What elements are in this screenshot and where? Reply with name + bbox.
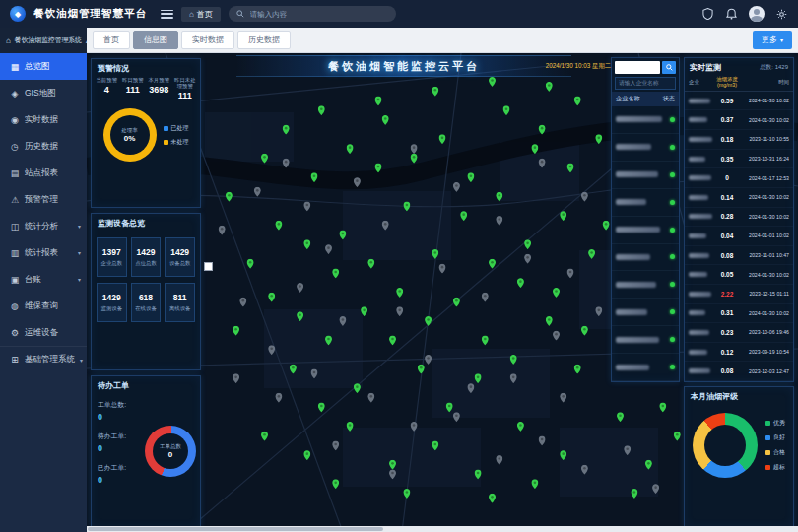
realtime-row[interactable]: 0.282024-01-30 10:02 (685, 208, 793, 228)
search-button[interactable] (662, 61, 676, 74)
sidebar-item-6[interactable]: ⚠预警管理 (0, 186, 87, 213)
hamburger-menu-icon[interactable] (161, 10, 173, 19)
sidebar-item-10[interactable]: ◍维保查询 (0, 293, 87, 319)
timestamp: 2023-10-06 19:46 (742, 329, 789, 335)
user-avatar[interactable] (749, 6, 765, 22)
tab-3[interactable]: 实时数据 (181, 31, 234, 49)
warning-stat: 本月预警3698 (146, 77, 172, 100)
realtime-row[interactable]: 0.182023-11-10 10:55 (685, 130, 793, 150)
gear-icon[interactable] (775, 8, 788, 21)
concentration-value: 0.05 (712, 271, 742, 278)
stats-analysis-icon: ◫ (10, 222, 20, 232)
ledger-icon: ▣ (10, 275, 20, 285)
company-search-input[interactable] (615, 61, 660, 74)
bell-icon[interactable] (725, 8, 738, 21)
realtime-row[interactable]: 0.352023-10-31 16:24 (685, 150, 793, 169)
realtime-row[interactable]: 0.082023-11-01 10:47 (685, 246, 793, 266)
stat-value: 0 (98, 475, 145, 485)
stat-value: 111 (121, 85, 146, 95)
legend-swatch (765, 465, 770, 470)
redacted-text (616, 116, 662, 122)
company-name-redacted (616, 309, 670, 315)
sidebar-item-label: 统计报表 (25, 247, 58, 259)
column-company: 企业 (689, 79, 712, 86)
legend-item: 已处理 (164, 124, 189, 133)
company-row[interactable] (612, 134, 679, 162)
realtime-row[interactable]: 0.122023-09-19 10:54 (685, 343, 793, 363)
sidebar-item-2[interactable]: ◈GIS地图 (0, 80, 87, 106)
horizontal-scrollbar[interactable] (87, 526, 798, 532)
stat-label: 昨日预警 (121, 77, 146, 83)
stat-value: 1429 (166, 247, 194, 257)
realtime-row[interactable]: 0.312024-01-30 10:02 (685, 304, 793, 324)
company-row[interactable] (612, 354, 679, 381)
sidebar-item-7[interactable]: ◫统计分析▾ (0, 213, 87, 239)
company-row[interactable] (612, 271, 679, 299)
company-row[interactable] (612, 217, 679, 244)
topbar-actions (701, 6, 788, 22)
shield-icon[interactable] (701, 8, 714, 21)
timestamp: 2023-12-15 01:11 (742, 291, 789, 297)
redacted-text (616, 337, 659, 343)
realtime-row[interactable]: 0.232023-10-06 19:46 (685, 323, 793, 343)
realtime-row[interactable]: 0.592024-01-30 10:02 (685, 92, 793, 111)
redacted-text (689, 272, 707, 277)
sidebar-item-3[interactable]: ◉实时数据 (0, 106, 87, 133)
ops-device-icon: ⚙ (10, 328, 20, 338)
tab-1[interactable]: 首页 (93, 31, 130, 49)
company-row[interactable] (612, 106, 679, 134)
column-concentration: 油烟浓度(mg/m3) (712, 77, 742, 89)
realtime-row[interactable]: 0.082023-12-03 12:47 (685, 362, 793, 381)
company-name-redacted (616, 227, 670, 233)
scrollbar-thumb[interactable] (88, 527, 383, 531)
sidebar-item-4[interactable]: ◷历史数据 (0, 133, 87, 160)
sidebar-item-9[interactable]: ▣台账▾ (0, 266, 87, 293)
sidebar-system-header[interactable]: ⌂ 餐饮油烟监控管理系统 ▴ (0, 28, 87, 53)
sidebar-item-8[interactable]: ▥统计报表▾ (0, 239, 87, 266)
realtime-row[interactable]: 2.222023-12-15 01:11 (685, 285, 793, 304)
company-row[interactable] (612, 189, 679, 217)
sidebar-item-12[interactable]: ⊞基础管理系统▾ (0, 346, 87, 372)
tab-4[interactable]: 历史数据 (237, 31, 291, 49)
company-name-redacted (616, 116, 670, 122)
company-row[interactable] (612, 244, 679, 272)
concentration-value: 0.59 (712, 98, 742, 104)
sidebar-item-5[interactable]: ▤站点报表 (0, 160, 87, 186)
company-name-redacted (689, 233, 712, 238)
company-name-redacted (616, 282, 670, 288)
company-name-redacted (616, 144, 670, 150)
realtime-row[interactable]: 0.372024-01-30 10:02 (685, 110, 793, 130)
global-search (229, 6, 396, 22)
breadcrumb-home-chip[interactable]: ⌂ 首页 (181, 7, 221, 22)
warning-legend: 已处理未处理 (164, 124, 189, 147)
redacted-text (616, 282, 656, 288)
sidebar-item-1[interactable]: ▦总览图 (0, 53, 87, 80)
topbar: ◆ 餐饮油烟管理智慧平台 ⌂ 首页 (0, 0, 798, 28)
workorder-panel: 待办工单 工单总数:0待办工单:0已办工单:0 工单总数 0 (91, 375, 201, 528)
stat-value: 811 (166, 293, 194, 302)
sidebar-item-11[interactable]: ⚙运维设备 (0, 319, 87, 346)
company-row[interactable] (612, 162, 679, 189)
sidebar-item-label: 维保查询 (25, 300, 58, 312)
more-button[interactable]: 更多 ▾ (753, 31, 792, 49)
realtime-row[interactable]: 0.042024-01-01 10:02 (685, 227, 793, 246)
global-search-input[interactable] (248, 9, 388, 20)
tab-2[interactable]: 信息图 (133, 31, 178, 49)
company-name-redacted (689, 368, 712, 373)
timestamp: 2024-01-30 10:02 (742, 310, 789, 316)
redacted-text (616, 254, 650, 260)
company-name-redacted (689, 99, 712, 103)
redacted-text (689, 350, 707, 355)
company-row[interactable] (612, 299, 679, 326)
company-row[interactable] (612, 326, 679, 354)
status-dot-online (670, 200, 675, 205)
redacted-text (689, 368, 710, 373)
stat-value: 1429 (132, 247, 161, 257)
map-zoom-control[interactable] (204, 262, 213, 271)
realtime-row[interactable]: 0.142024-01-30 10:02 (685, 188, 793, 208)
realtime-row[interactable]: 0.052024-01-30 10:02 (685, 265, 793, 285)
concentration-value: 0.23 (712, 329, 742, 336)
realtime-row[interactable]: 02024-01-17 12:53 (685, 168, 793, 188)
company-name-redacted (689, 214, 712, 219)
company-name-input-hint[interactable]: 请输入企业名称 (615, 77, 676, 90)
